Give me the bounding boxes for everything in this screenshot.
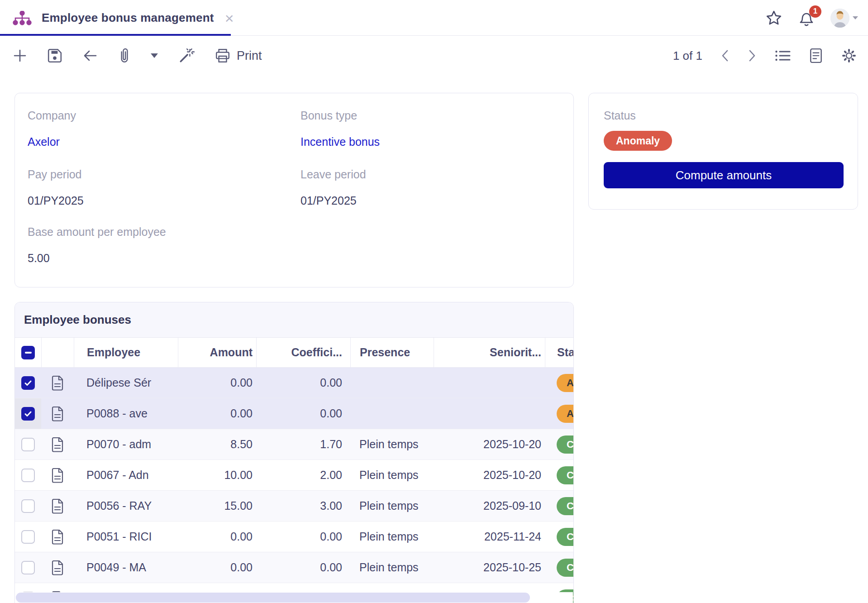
column-header-presence[interactable]: Presence <box>350 338 434 367</box>
cell-seniority: 2025-10-25 <box>434 552 545 583</box>
cell-presence: Plein temps <box>350 460 434 490</box>
document-icon[interactable] <box>50 498 65 514</box>
paperclip-icon <box>119 48 130 64</box>
cell-presence: Plein temps <box>350 429 434 459</box>
row-checkbox[interactable] <box>21 438 35 451</box>
table-row[interactable]: P0051 - RICI 0.00 0.00 Plein temps 2025-… <box>15 522 574 552</box>
base-amount-value[interactable]: 5.00 <box>28 252 50 265</box>
active-tab-underline <box>0 34 231 36</box>
document-icon[interactable] <box>50 437 65 452</box>
table-row[interactable]: P0088 - ave 0.00 0.00 An <box>15 398 574 429</box>
status-badge: Ca <box>557 466 574 484</box>
select-all-checkbox[interactable] <box>21 346 35 359</box>
cell-seniority: 2025-09-10 <box>434 491 545 521</box>
tab-close-icon[interactable]: × <box>225 10 234 26</box>
cell-coefficient: 0.00 <box>256 368 350 398</box>
avatar <box>830 9 849 28</box>
chevron-right-icon <box>748 49 757 62</box>
status-badge: Ca <box>557 497 574 515</box>
cell-coefficient: 3.00 <box>256 491 350 521</box>
leave-period-value[interactable]: 01/PY2025 <box>300 194 357 207</box>
row-checkbox[interactable] <box>21 499 35 513</box>
status-badge: An <box>557 405 574 423</box>
next-record-button[interactable] <box>748 49 757 62</box>
document-icon[interactable] <box>50 406 65 421</box>
compute-amounts-button[interactable]: Compute amounts <box>604 162 844 188</box>
settings-button[interactable] <box>841 48 857 64</box>
prev-record-button[interactable] <box>720 49 730 62</box>
tab-bar: Employee bonus management × 1 <box>0 0 868 36</box>
column-header-amount[interactable]: Amount <box>178 338 256 367</box>
row-checkbox[interactable] <box>21 469 35 482</box>
back-button[interactable] <box>82 48 99 63</box>
print-button[interactable]: Print <box>215 48 262 63</box>
row-checkbox[interactable] <box>21 376 35 390</box>
column-header-employee[interactable]: Employee <box>74 338 178 367</box>
company-value-link[interactable]: Axelor <box>28 135 60 148</box>
bonus-form-card: Company Axelor Bonus type Incentive bonu… <box>14 93 574 287</box>
cell-coefficient: 0.00 <box>256 552 350 583</box>
cell-employee: P0051 - RICI <box>74 522 178 552</box>
star-icon[interactable] <box>765 10 782 27</box>
table-row[interactable]: P0070 - adm 8.50 1.70 Plein temps 2025-1… <box>15 429 574 460</box>
arrow-left-icon <box>82 48 99 63</box>
panel-header: Employee bonuses <box>15 302 573 338</box>
cell-coefficient: 1.70 <box>256 429 350 459</box>
check-icon <box>24 409 33 418</box>
actions-wand-button[interactable] <box>178 48 195 64</box>
scrollbar-thumb[interactable] <box>16 593 530 603</box>
print-icon <box>215 48 231 63</box>
company-label: Company <box>28 109 76 122</box>
notifications-button[interactable]: 1 <box>798 10 815 27</box>
status-badge: Ca <box>557 436 574 454</box>
tab-employee-bonus-management[interactable]: Employee bonus management × <box>0 0 234 36</box>
new-record-button[interactable] <box>13 48 27 63</box>
app-window: Employee bonus management × 1 <box>0 0 868 603</box>
table-row[interactable]: P0056 - RAY 15.00 3.00 Plein temps 2025-… <box>15 491 574 522</box>
row-checkbox[interactable] <box>21 530 35 544</box>
save-icon <box>47 48 62 63</box>
bonus-type-label: Bonus type <box>300 109 357 122</box>
cell-coefficient: 0.00 <box>256 522 350 552</box>
document-icon[interactable] <box>50 468 65 483</box>
column-header-coefficient[interactable]: Coeffici... <box>256 338 350 367</box>
cell-presence: Plein temps <box>350 552 434 583</box>
gear-icon <box>841 48 857 64</box>
cell-seniority <box>434 368 545 398</box>
magic-wand-icon <box>178 48 195 64</box>
save-button[interactable] <box>47 48 62 63</box>
attachment-menu-button[interactable] <box>150 53 158 58</box>
table-row[interactable]: P0067 - Adn 10.00 2.00 Plein temps 2025-… <box>15 460 574 491</box>
form-view-icon <box>809 48 823 63</box>
list-view-icon <box>775 49 791 62</box>
horizontal-scrollbar[interactable] <box>15 592 573 603</box>
form-view-button[interactable] <box>809 48 823 63</box>
cell-employee: P0056 - RAY <box>74 491 178 521</box>
pay-period-value[interactable]: 01/PY2025 <box>28 194 84 207</box>
cell-employee: P0049 - MA <box>74 552 178 583</box>
document-icon[interactable] <box>50 560 65 575</box>
column-header-seniority[interactable]: Seniorit... <box>434 338 545 367</box>
cell-amount: 10.00 <box>178 460 256 490</box>
list-view-button[interactable] <box>775 49 791 62</box>
row-checkbox[interactable] <box>21 407 35 421</box>
cell-seniority <box>434 398 545 429</box>
plus-icon <box>13 48 27 63</box>
row-checkbox[interactable] <box>21 561 35 574</box>
table-row[interactable]: P0049 - MA 0.00 0.00 Plein temps 2025-10… <box>15 552 574 583</box>
document-icon[interactable] <box>50 375 65 391</box>
table-row[interactable]: Délipese Sér 0.00 0.00 An <box>15 368 574 398</box>
cell-seniority: 2025-11-24 <box>434 522 545 552</box>
bonus-type-value-link[interactable]: Incentive bonus <box>300 135 380 148</box>
caret-down-icon <box>150 53 158 58</box>
user-menu[interactable] <box>830 9 858 28</box>
base-amount-label: Base amount per employee <box>28 225 166 239</box>
tab-title: Employee bonus management <box>42 11 214 25</box>
cell-presence: Plein temps <box>350 491 434 521</box>
document-icon[interactable] <box>50 529 65 545</box>
pay-period-label: Pay period <box>28 168 82 181</box>
cell-amount: 0.00 <box>178 552 256 583</box>
cell-seniority: 2025-10-20 <box>434 429 545 459</box>
attachment-button[interactable] <box>119 48 130 64</box>
column-header-status[interactable]: Sta <box>545 338 574 367</box>
